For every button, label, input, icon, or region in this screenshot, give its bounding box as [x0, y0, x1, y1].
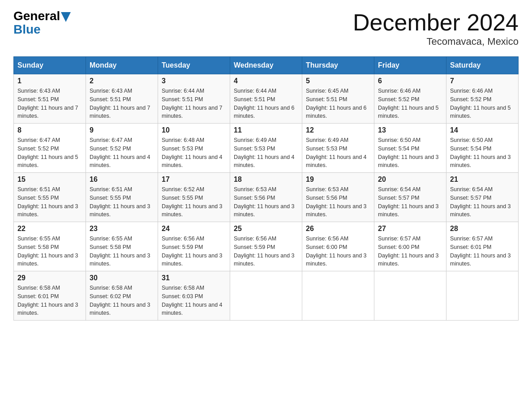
calendar-week-1: 1Sunrise: 6:43 AMSunset: 5:51 PMDaylight… — [14, 74, 519, 124]
location-title: Tecomavaca, Mexico — [353, 36, 519, 47]
calendar-cell: 3Sunrise: 6:44 AMSunset: 5:51 PMDaylight… — [158, 74, 230, 124]
day-info: Sunrise: 6:50 AMSunset: 5:54 PMDaylight:… — [378, 136, 442, 170]
day-info: Sunrise: 6:47 AMSunset: 5:52 PMDaylight:… — [90, 136, 154, 170]
calendar-cell: 6Sunrise: 6:46 AMSunset: 5:52 PMDaylight… — [374, 74, 446, 124]
calendar-cell — [230, 271, 302, 321]
day-info: Sunrise: 6:49 AMSunset: 5:53 PMDaylight:… — [306, 136, 370, 170]
day-info: Sunrise: 6:47 AMSunset: 5:52 PMDaylight:… — [17, 136, 82, 170]
calendar-cell: 2Sunrise: 6:43 AMSunset: 5:51 PMDaylight… — [86, 74, 158, 124]
day-number: 14 — [450, 126, 515, 134]
day-number: 22 — [17, 225, 82, 233]
day-info: Sunrise: 6:50 AMSunset: 5:54 PMDaylight:… — [450, 136, 515, 170]
day-number: 17 — [162, 176, 226, 184]
logo-triangle-icon — [61, 12, 71, 22]
calendar-cell — [374, 271, 446, 321]
calendar-week-5: 29Sunrise: 6:58 AMSunset: 6:01 PMDayligh… — [14, 271, 519, 321]
calendar-cell: 25Sunrise: 6:56 AMSunset: 5:59 PMDayligh… — [230, 222, 302, 271]
calendar-cell: 21Sunrise: 6:54 AMSunset: 5:57 PMDayligh… — [446, 173, 519, 222]
day-number: 25 — [234, 225, 298, 233]
calendar-cell: 14Sunrise: 6:50 AMSunset: 5:54 PMDayligh… — [446, 124, 519, 173]
day-info: Sunrise: 6:44 AMSunset: 5:51 PMDaylight:… — [234, 87, 298, 120]
calendar-cell: 23Sunrise: 6:55 AMSunset: 5:58 PMDayligh… — [86, 222, 158, 271]
calendar-header-row: SundayMondayTuesdayWednesdayThursdayFrid… — [14, 57, 519, 74]
calendar-cell: 9Sunrise: 6:47 AMSunset: 5:52 PMDaylight… — [86, 124, 158, 173]
day-number: 9 — [90, 126, 154, 134]
day-info: Sunrise: 6:58 AMSunset: 6:01 PMDaylight:… — [17, 284, 82, 317]
calendar-cell: 7Sunrise: 6:46 AMSunset: 5:52 PMDaylight… — [446, 74, 519, 124]
day-info: Sunrise: 6:51 AMSunset: 5:55 PMDaylight:… — [90, 185, 154, 219]
header-sunday: Sunday — [14, 57, 86, 74]
day-info: Sunrise: 6:56 AMSunset: 5:59 PMDaylight:… — [162, 235, 226, 268]
day-number: 3 — [162, 77, 226, 85]
day-number: 11 — [234, 126, 298, 134]
day-info: Sunrise: 6:53 AMSunset: 5:56 PMDaylight:… — [306, 185, 370, 219]
day-info: Sunrise: 6:57 AMSunset: 6:01 PMDaylight:… — [450, 235, 515, 268]
day-info: Sunrise: 6:46 AMSunset: 5:52 PMDaylight:… — [378, 87, 442, 120]
calendar-cell: 1Sunrise: 6:43 AMSunset: 5:51 PMDaylight… — [14, 74, 86, 124]
calendar-table: SundayMondayTuesdayWednesdayThursdayFrid… — [13, 56, 519, 321]
calendar-cell: 19Sunrise: 6:53 AMSunset: 5:56 PMDayligh… — [302, 173, 374, 222]
calendar-cell: 10Sunrise: 6:48 AMSunset: 5:53 PMDayligh… — [158, 124, 230, 173]
day-info: Sunrise: 6:56 AMSunset: 6:00 PMDaylight:… — [306, 235, 370, 268]
day-number: 18 — [234, 176, 298, 184]
day-number: 13 — [378, 126, 442, 134]
day-number: 30 — [90, 274, 154, 282]
day-info: Sunrise: 6:48 AMSunset: 5:53 PMDaylight:… — [162, 136, 226, 170]
day-number: 5 — [306, 77, 370, 85]
calendar-cell: 20Sunrise: 6:54 AMSunset: 5:57 PMDayligh… — [374, 173, 446, 222]
calendar-cell: 11Sunrise: 6:49 AMSunset: 5:53 PMDayligh… — [230, 124, 302, 173]
day-number: 21 — [450, 176, 515, 184]
header-thursday: Thursday — [302, 57, 374, 74]
title-block: December 2024 Tecomavaca, Mexico — [353, 9, 519, 47]
header-wednesday: Wednesday — [230, 57, 302, 74]
day-number: 12 — [306, 126, 370, 134]
logo-general-text: General — [13, 9, 60, 23]
day-info: Sunrise: 6:55 AMSunset: 5:58 PMDaylight:… — [90, 235, 154, 268]
svg-marker-0 — [61, 12, 71, 22]
day-number: 27 — [378, 225, 442, 233]
day-number: 1 — [17, 77, 82, 85]
calendar-cell: 17Sunrise: 6:52 AMSunset: 5:55 PMDayligh… — [158, 173, 230, 222]
calendar-cell: 8Sunrise: 6:47 AMSunset: 5:52 PMDaylight… — [14, 124, 86, 173]
calendar-cell: 15Sunrise: 6:51 AMSunset: 5:55 PMDayligh… — [14, 173, 86, 222]
page-header: General Blue December 2024 Tecomavaca, M… — [13, 9, 519, 47]
day-number: 19 — [306, 176, 370, 184]
day-number: 6 — [378, 77, 442, 85]
calendar-cell: 27Sunrise: 6:57 AMSunset: 6:00 PMDayligh… — [374, 222, 446, 271]
logo-blue-text: Blue — [13, 22, 41, 37]
day-info: Sunrise: 6:54 AMSunset: 5:57 PMDaylight:… — [450, 185, 515, 219]
calendar-week-2: 8Sunrise: 6:47 AMSunset: 5:52 PMDaylight… — [14, 124, 519, 173]
header-tuesday: Tuesday — [158, 57, 230, 74]
day-info: Sunrise: 6:57 AMSunset: 6:00 PMDaylight:… — [378, 235, 442, 268]
day-info: Sunrise: 6:53 AMSunset: 5:56 PMDaylight:… — [234, 185, 298, 219]
calendar-week-4: 22Sunrise: 6:55 AMSunset: 5:58 PMDayligh… — [14, 222, 519, 271]
header-monday: Monday — [86, 57, 158, 74]
day-info: Sunrise: 6:52 AMSunset: 5:55 PMDaylight:… — [162, 185, 226, 219]
day-info: Sunrise: 6:43 AMSunset: 5:51 PMDaylight:… — [90, 87, 154, 120]
calendar-cell: 28Sunrise: 6:57 AMSunset: 6:01 PMDayligh… — [446, 222, 519, 271]
day-number: 10 — [162, 126, 226, 134]
day-info: Sunrise: 6:43 AMSunset: 5:51 PMDaylight:… — [17, 87, 82, 120]
day-number: 31 — [162, 274, 226, 282]
day-number: 4 — [234, 77, 298, 85]
day-info: Sunrise: 6:49 AMSunset: 5:53 PMDaylight:… — [234, 136, 298, 170]
day-info: Sunrise: 6:58 AMSunset: 6:02 PMDaylight:… — [90, 284, 154, 317]
header-friday: Friday — [374, 57, 446, 74]
calendar-cell: 5Sunrise: 6:45 AMSunset: 5:51 PMDaylight… — [302, 74, 374, 124]
day-number: 23 — [90, 225, 154, 233]
day-number: 8 — [17, 126, 82, 134]
day-info: Sunrise: 6:55 AMSunset: 5:58 PMDaylight:… — [17, 235, 82, 268]
calendar-week-3: 15Sunrise: 6:51 AMSunset: 5:55 PMDayligh… — [14, 173, 519, 222]
day-number: 16 — [90, 176, 154, 184]
day-number: 24 — [162, 225, 226, 233]
day-info: Sunrise: 6:58 AMSunset: 6:03 PMDaylight:… — [162, 284, 226, 317]
day-info: Sunrise: 6:56 AMSunset: 5:59 PMDaylight:… — [234, 235, 298, 268]
calendar-cell: 22Sunrise: 6:55 AMSunset: 5:58 PMDayligh… — [14, 222, 86, 271]
calendar-cell: 30Sunrise: 6:58 AMSunset: 6:02 PMDayligh… — [86, 271, 158, 321]
calendar-cell: 26Sunrise: 6:56 AMSunset: 6:00 PMDayligh… — [302, 222, 374, 271]
header-saturday: Saturday — [446, 57, 519, 74]
calendar-cell: 24Sunrise: 6:56 AMSunset: 5:59 PMDayligh… — [158, 222, 230, 271]
day-info: Sunrise: 6:45 AMSunset: 5:51 PMDaylight:… — [306, 87, 370, 120]
calendar-cell — [302, 271, 374, 321]
calendar-cell: 4Sunrise: 6:44 AMSunset: 5:51 PMDaylight… — [230, 74, 302, 124]
